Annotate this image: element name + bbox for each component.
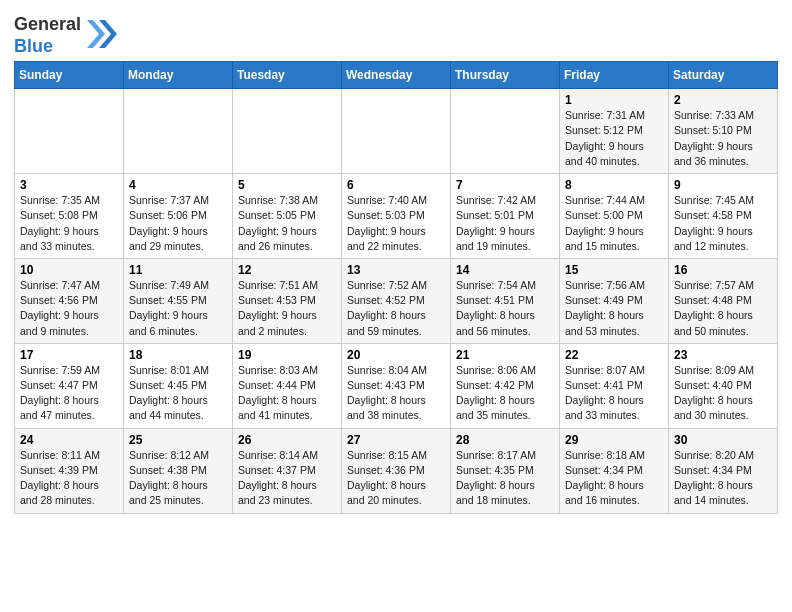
day-number: 10 (20, 263, 118, 277)
day-number: 3 (20, 178, 118, 192)
day-number: 7 (456, 178, 554, 192)
calendar-cell: 23Sunrise: 8:09 AM Sunset: 4:40 PM Dayli… (669, 343, 778, 428)
calendar-cell: 20Sunrise: 8:04 AM Sunset: 4:43 PM Dayli… (342, 343, 451, 428)
calendar-cell: 26Sunrise: 8:14 AM Sunset: 4:37 PM Dayli… (233, 428, 342, 513)
day-info: Sunrise: 7:40 AM Sunset: 5:03 PM Dayligh… (347, 193, 445, 254)
day-number: 6 (347, 178, 445, 192)
header: General Blue (14, 10, 778, 57)
weekday-header-saturday: Saturday (669, 62, 778, 89)
day-info: Sunrise: 7:35 AM Sunset: 5:08 PM Dayligh… (20, 193, 118, 254)
day-number: 19 (238, 348, 336, 362)
calendar-week-row: 10Sunrise: 7:47 AM Sunset: 4:56 PM Dayli… (15, 258, 778, 343)
calendar-cell: 14Sunrise: 7:54 AM Sunset: 4:51 PM Dayli… (451, 258, 560, 343)
calendar-cell (15, 89, 124, 174)
day-info: Sunrise: 7:49 AM Sunset: 4:55 PM Dayligh… (129, 278, 227, 339)
calendar-cell: 28Sunrise: 8:17 AM Sunset: 4:35 PM Dayli… (451, 428, 560, 513)
day-info: Sunrise: 8:18 AM Sunset: 4:34 PM Dayligh… (565, 448, 663, 509)
day-info: Sunrise: 8:11 AM Sunset: 4:39 PM Dayligh… (20, 448, 118, 509)
day-number: 24 (20, 433, 118, 447)
calendar-cell: 18Sunrise: 8:01 AM Sunset: 4:45 PM Dayli… (124, 343, 233, 428)
day-number: 20 (347, 348, 445, 362)
calendar-cell: 12Sunrise: 7:51 AM Sunset: 4:53 PM Dayli… (233, 258, 342, 343)
calendar-cell (124, 89, 233, 174)
day-info: Sunrise: 7:52 AM Sunset: 4:52 PM Dayligh… (347, 278, 445, 339)
day-number: 17 (20, 348, 118, 362)
calendar-cell: 21Sunrise: 8:06 AM Sunset: 4:42 PM Dayli… (451, 343, 560, 428)
day-number: 25 (129, 433, 227, 447)
calendar-cell (342, 89, 451, 174)
day-info: Sunrise: 8:01 AM Sunset: 4:45 PM Dayligh… (129, 363, 227, 424)
calendar-cell: 10Sunrise: 7:47 AM Sunset: 4:56 PM Dayli… (15, 258, 124, 343)
calendar-cell: 13Sunrise: 7:52 AM Sunset: 4:52 PM Dayli… (342, 258, 451, 343)
day-number: 26 (238, 433, 336, 447)
calendar-cell: 8Sunrise: 7:44 AM Sunset: 5:00 PM Daylig… (560, 174, 669, 259)
day-info: Sunrise: 8:06 AM Sunset: 4:42 PM Dayligh… (456, 363, 554, 424)
day-info: Sunrise: 7:59 AM Sunset: 4:47 PM Dayligh… (20, 363, 118, 424)
calendar-cell: 9Sunrise: 7:45 AM Sunset: 4:58 PM Daylig… (669, 174, 778, 259)
calendar-cell: 11Sunrise: 7:49 AM Sunset: 4:55 PM Dayli… (124, 258, 233, 343)
calendar-cell: 19Sunrise: 8:03 AM Sunset: 4:44 PM Dayli… (233, 343, 342, 428)
day-number: 1 (565, 93, 663, 107)
day-info: Sunrise: 8:03 AM Sunset: 4:44 PM Dayligh… (238, 363, 336, 424)
calendar-cell: 16Sunrise: 7:57 AM Sunset: 4:48 PM Dayli… (669, 258, 778, 343)
calendar-cell: 5Sunrise: 7:38 AM Sunset: 5:05 PM Daylig… (233, 174, 342, 259)
day-info: Sunrise: 8:17 AM Sunset: 4:35 PM Dayligh… (456, 448, 554, 509)
day-number: 27 (347, 433, 445, 447)
calendar-week-row: 24Sunrise: 8:11 AM Sunset: 4:39 PM Dayli… (15, 428, 778, 513)
day-number: 12 (238, 263, 336, 277)
calendar-cell: 27Sunrise: 8:15 AM Sunset: 4:36 PM Dayli… (342, 428, 451, 513)
day-number: 29 (565, 433, 663, 447)
calendar-cell: 15Sunrise: 7:56 AM Sunset: 4:49 PM Dayli… (560, 258, 669, 343)
day-number: 11 (129, 263, 227, 277)
weekday-header-wednesday: Wednesday (342, 62, 451, 89)
calendar-week-row: 1Sunrise: 7:31 AM Sunset: 5:12 PM Daylig… (15, 89, 778, 174)
day-info: Sunrise: 7:37 AM Sunset: 5:06 PM Dayligh… (129, 193, 227, 254)
calendar-cell: 29Sunrise: 8:18 AM Sunset: 4:34 PM Dayli… (560, 428, 669, 513)
calendar-cell: 22Sunrise: 8:07 AM Sunset: 4:41 PM Dayli… (560, 343, 669, 428)
day-number: 22 (565, 348, 663, 362)
day-number: 23 (674, 348, 772, 362)
day-number: 18 (129, 348, 227, 362)
logo-blue: Blue (14, 36, 81, 58)
day-info: Sunrise: 7:57 AM Sunset: 4:48 PM Dayligh… (674, 278, 772, 339)
calendar-cell: 24Sunrise: 8:11 AM Sunset: 4:39 PM Dayli… (15, 428, 124, 513)
calendar-cell: 4Sunrise: 7:37 AM Sunset: 5:06 PM Daylig… (124, 174, 233, 259)
calendar-cell: 1Sunrise: 7:31 AM Sunset: 5:12 PM Daylig… (560, 89, 669, 174)
day-number: 4 (129, 178, 227, 192)
day-number: 8 (565, 178, 663, 192)
day-info: Sunrise: 8:20 AM Sunset: 4:34 PM Dayligh… (674, 448, 772, 509)
page: General Blue SundayMondayTuesdayWednesda… (0, 0, 792, 524)
day-info: Sunrise: 7:33 AM Sunset: 5:10 PM Dayligh… (674, 108, 772, 169)
day-info: Sunrise: 7:54 AM Sunset: 4:51 PM Dayligh… (456, 278, 554, 339)
calendar-week-row: 17Sunrise: 7:59 AM Sunset: 4:47 PM Dayli… (15, 343, 778, 428)
day-info: Sunrise: 7:31 AM Sunset: 5:12 PM Dayligh… (565, 108, 663, 169)
calendar-cell: 7Sunrise: 7:42 AM Sunset: 5:01 PM Daylig… (451, 174, 560, 259)
calendar-week-row: 3Sunrise: 7:35 AM Sunset: 5:08 PM Daylig… (15, 174, 778, 259)
day-info: Sunrise: 8:07 AM Sunset: 4:41 PM Dayligh… (565, 363, 663, 424)
day-info: Sunrise: 7:51 AM Sunset: 4:53 PM Dayligh… (238, 278, 336, 339)
calendar-cell (233, 89, 342, 174)
calendar-cell: 6Sunrise: 7:40 AM Sunset: 5:03 PM Daylig… (342, 174, 451, 259)
day-number: 28 (456, 433, 554, 447)
day-info: Sunrise: 7:47 AM Sunset: 4:56 PM Dayligh… (20, 278, 118, 339)
weekday-header-tuesday: Tuesday (233, 62, 342, 89)
day-info: Sunrise: 8:14 AM Sunset: 4:37 PM Dayligh… (238, 448, 336, 509)
day-number: 13 (347, 263, 445, 277)
day-number: 14 (456, 263, 554, 277)
day-info: Sunrise: 7:45 AM Sunset: 4:58 PM Dayligh… (674, 193, 772, 254)
calendar-cell (451, 89, 560, 174)
day-info: Sunrise: 7:56 AM Sunset: 4:49 PM Dayligh… (565, 278, 663, 339)
weekday-header-friday: Friday (560, 62, 669, 89)
day-number: 15 (565, 263, 663, 277)
day-info: Sunrise: 8:04 AM Sunset: 4:43 PM Dayligh… (347, 363, 445, 424)
weekday-header-sunday: Sunday (15, 62, 124, 89)
calendar-cell: 2Sunrise: 7:33 AM Sunset: 5:10 PM Daylig… (669, 89, 778, 174)
day-number: 2 (674, 93, 772, 107)
day-info: Sunrise: 8:15 AM Sunset: 4:36 PM Dayligh… (347, 448, 445, 509)
day-number: 5 (238, 178, 336, 192)
logo-general: General (14, 14, 81, 36)
calendar-cell: 25Sunrise: 8:12 AM Sunset: 4:38 PM Dayli… (124, 428, 233, 513)
day-info: Sunrise: 7:44 AM Sunset: 5:00 PM Dayligh… (565, 193, 663, 254)
day-number: 30 (674, 433, 772, 447)
calendar-table: SundayMondayTuesdayWednesdayThursdayFrid… (14, 61, 778, 513)
